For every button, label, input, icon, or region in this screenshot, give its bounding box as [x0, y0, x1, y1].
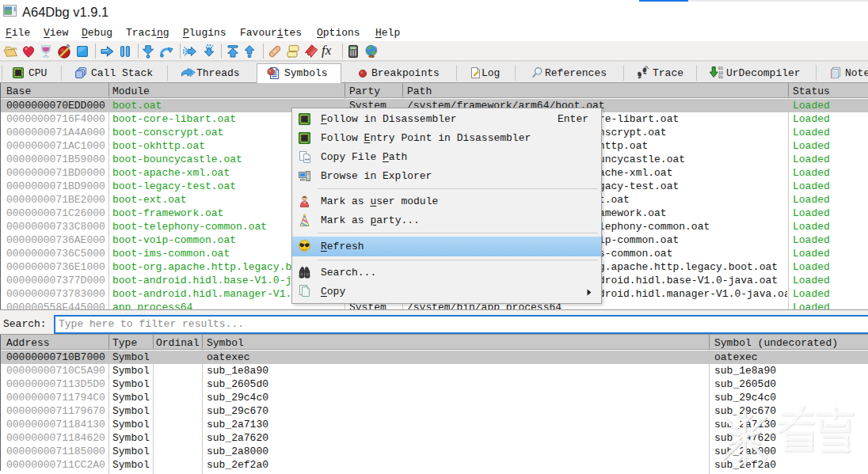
svg-text:01: 01	[718, 75, 723, 80]
